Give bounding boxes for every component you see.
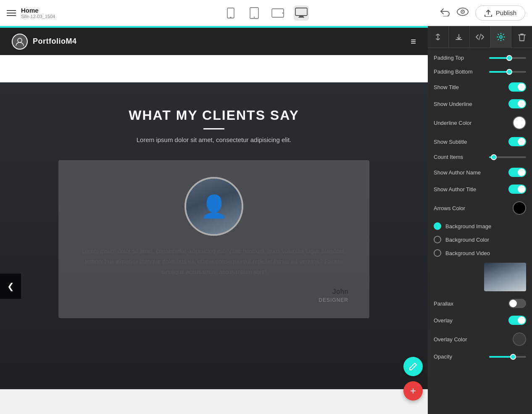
show-author-title-toggle[interactable] <box>508 185 526 194</box>
device-desktop[interactable] <box>294 5 309 21</box>
arrows-color-row: Arrows Color <box>434 201 526 215</box>
device-mobile[interactable] <box>223 5 238 21</box>
parallax-toggle[interactable] <box>508 299 526 308</box>
bg-thumbnail[interactable] <box>484 263 526 291</box>
topbar-right-actions: Publish <box>439 5 525 21</box>
svg-rect-8 <box>298 17 304 18</box>
show-subtitle-toggle[interactable] <box>508 137 526 146</box>
background-video-row[interactable]: Background Video <box>434 249 526 257</box>
panel-tool-code[interactable] <box>470 26 491 48</box>
overlay-label: Overlay <box>434 317 453 324</box>
topbar: Home Site-12-03_1504 Publis <box>0 0 532 26</box>
fab-area: + <box>403 357 423 401</box>
show-author-title-label: Show Author Title <box>434 186 476 192</box>
svg-rect-4 <box>272 9 284 17</box>
device-tablet[interactable] <box>247 5 262 21</box>
panel-toolbar <box>428 26 532 48</box>
opacity-slider[interactable] <box>489 356 526 358</box>
show-title-row: Show Title <box>434 82 526 92</box>
svg-point-11 <box>462 11 463 12</box>
padding-top-label: Padding Top <box>434 55 464 61</box>
show-title-toggle[interactable] <box>508 82 526 92</box>
site-nav-icon[interactable]: ≡ <box>411 36 416 47</box>
padding-top-slider[interactable] <box>489 57 526 59</box>
padding-top-row: Padding Top <box>434 55 526 61</box>
svg-point-13 <box>500 36 502 38</box>
underline-color-label: Underline Color <box>434 120 471 126</box>
background-video-label: Background Video <box>445 250 490 256</box>
svg-point-5 <box>282 12 284 13</box>
overlay-color-row: Overlay Color <box>434 332 526 346</box>
testimonial-text: Lorem ipsum dolor sit amet, consectetur … <box>79 246 348 278</box>
count-items-row: Count Items <box>434 154 526 160</box>
show-author-name-row: Show Author Name <box>434 168 526 177</box>
opacity-label: Opacity <box>434 353 452 360</box>
show-author-name-toggle[interactable] <box>508 168 526 177</box>
author-role: DESIGNER <box>79 297 348 303</box>
panel-tool-trash[interactable] <box>511 26 532 48</box>
hamburger-menu[interactable] <box>7 10 16 16</box>
site-id: Site-12-03_1504 <box>21 14 55 19</box>
publish-button[interactable]: Publish <box>475 5 525 21</box>
bg-thumbnail-container <box>434 263 526 291</box>
testimonials-section: ❮ WHAT MY CLIENTS SAY Lorem ipsum dolor … <box>0 82 428 389</box>
opacity-row: Opacity <box>434 353 526 360</box>
preview-button[interactable] <box>457 8 469 18</box>
author-name: John <box>79 288 348 295</box>
svg-point-3 <box>254 16 255 18</box>
add-fab-button[interactable]: + <box>403 381 423 401</box>
underline-color-row: Underline Color <box>434 116 526 129</box>
background-image-row[interactable]: Background Image <box>434 222 526 230</box>
parallax-label: Parallax <box>434 301 453 307</box>
padding-bottom-label: Padding Bottom <box>434 69 473 75</box>
panel-settings-body: Padding Top Padding Bottom Show Title <box>428 48 532 414</box>
show-subtitle-label: Show Subtitle <box>434 139 467 145</box>
parallax-row: Parallax <box>434 299 526 308</box>
arrows-color-swatch[interactable] <box>513 201 526 215</box>
background-video-radio[interactable] <box>434 249 441 257</box>
panel-tool-download[interactable] <box>449 26 470 48</box>
prev-arrow-button[interactable]: ❮ <box>0 274 21 299</box>
panel-tool-reorder[interactable] <box>428 26 449 48</box>
show-title-label: Show Title <box>434 84 459 90</box>
arrows-color-label: Arrows Color <box>434 205 465 211</box>
site-logo: PortfolioM4 <box>12 34 77 50</box>
section-subtitle: Lorem ipsum dolor sit amet, consectetur … <box>8 136 419 143</box>
background-color-label: Background Color <box>445 237 489 243</box>
edit-fab-button[interactable] <box>403 357 423 376</box>
underline-color-swatch[interactable] <box>513 116 526 129</box>
site-header: PortfolioM4 ≡ <box>0 28 428 55</box>
background-color-radio[interactable] <box>434 236 441 243</box>
show-author-name-label: Show Author Name <box>434 169 481 176</box>
background-image-radio[interactable] <box>434 222 441 230</box>
svg-rect-6 <box>295 8 307 16</box>
canvas-area: PortfolioM4 ≡ ❮ WHAT MY CLIENTS SAY Lore… <box>0 26 428 414</box>
testimonials-content: WHAT MY CLIENTS SAY Lorem ipsum dolor si… <box>0 82 428 335</box>
overlay-color-swatch[interactable] <box>513 332 526 346</box>
undo-button[interactable] <box>439 7 450 18</box>
topbar-site-info: Home Site-12-03_1504 <box>21 7 55 19</box>
count-items-slider[interactable] <box>489 156 526 158</box>
background-color-row[interactable]: Background Color <box>434 236 526 243</box>
device-tablet-landscape[interactable] <box>270 5 285 21</box>
overlay-row: Overlay <box>434 316 526 325</box>
main-layout: PortfolioM4 ≡ ❮ WHAT MY CLIENTS SAY Lore… <box>0 26 532 414</box>
svg-rect-1 <box>230 17 232 18</box>
svg-point-12 <box>18 38 22 42</box>
author-avatar: 👤 <box>184 177 243 236</box>
title-underline <box>203 128 224 129</box>
overlay-toggle[interactable] <box>508 316 526 325</box>
site-logo-name: PortfolioM4 <box>33 37 77 46</box>
svg-rect-0 <box>227 8 234 18</box>
overlay-color-label: Overlay Color <box>434 336 467 343</box>
count-items-label: Count Items <box>434 154 463 160</box>
show-author-title-row: Show Author Title <box>434 185 526 194</box>
section-title: WHAT MY CLIENTS SAY <box>8 108 419 123</box>
show-underline-toggle[interactable] <box>508 99 526 108</box>
background-image-label: Background Image <box>445 223 491 229</box>
panel-tool-settings[interactable] <box>490 26 511 48</box>
avatar <box>12 34 28 50</box>
white-spacer <box>0 55 428 82</box>
padding-bottom-slider[interactable] <box>489 71 526 73</box>
device-switcher <box>223 5 309 21</box>
